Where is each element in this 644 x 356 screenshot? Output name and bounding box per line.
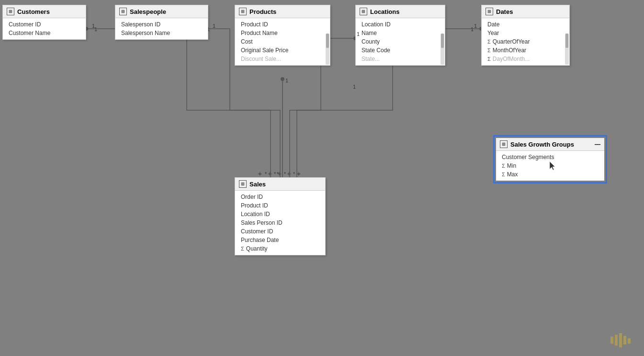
table-icon: ⊞ <box>500 140 508 148</box>
table-row: Salesperson ID <box>115 20 208 29</box>
sgg-table-body: Customer Segments Σ Min Σ Max <box>496 151 604 181</box>
sigma-icon: Σ <box>502 163 505 169</box>
field-label: Name <box>362 30 377 36</box>
sgg-table-header: ⊞ Sales Growth Groups — <box>496 138 604 151</box>
sigma-icon: Σ <box>502 172 505 177</box>
svg-rect-27 <box>615 335 618 346</box>
salespeople-table: ⊞ Salespeople Salesperson ID Salesperson… <box>115 5 208 40</box>
svg-text:1: 1 <box>285 78 288 83</box>
salespeople-table-body: Salesperson ID Salesperson Name <box>115 18 208 39</box>
table-row: Product ID <box>235 20 323 29</box>
products-table-body: Product ID Product Name Cost Original Sa… <box>235 18 330 65</box>
svg-text:1: 1 <box>94 26 97 32</box>
table-icon: ⊞ <box>119 8 127 15</box>
svg-text:✦: ✦ <box>277 170 282 178</box>
customers-title: Customers <box>17 8 50 15</box>
field-label: Product ID <box>241 21 268 28</box>
dates-table-header: ⊞ Dates <box>482 5 569 18</box>
field-label: Customer ID <box>9 21 41 28</box>
field-label: Max <box>507 171 518 178</box>
watermark <box>610 331 639 351</box>
field-label: Quantity <box>246 245 268 252</box>
table-row: Σ Min <box>496 161 604 170</box>
table-row: Location ID <box>235 210 325 218</box>
svg-text:✦: ✦ <box>267 170 273 178</box>
table-row: Salesperson Name <box>115 29 208 37</box>
svg-text:*: * <box>293 171 295 177</box>
table-row: State... <box>356 55 438 63</box>
table-row: Product ID <box>235 201 325 210</box>
scroll-bar[interactable] <box>441 34 444 65</box>
svg-text:*: * <box>265 171 267 177</box>
table-row: Σ MonthOfYear <box>482 46 563 55</box>
svg-text:✦: ✦ <box>257 170 263 178</box>
sales-growth-groups-table: ⊞ Sales Growth Groups — Customer Segment… <box>496 138 604 181</box>
sigma-icon: Σ <box>487 56 491 62</box>
scroll-bar[interactable] <box>326 34 329 65</box>
field-label: County <box>362 38 380 45</box>
scroll-thumb <box>441 34 444 48</box>
svg-text:*: * <box>274 171 276 177</box>
table-row: Σ QuarterOfYear <box>482 37 563 46</box>
field-label: State Code <box>362 47 390 54</box>
customers-table-header: ⊞ Customers <box>3 5 86 18</box>
products-table-header: ⊞ Products <box>235 5 330 18</box>
table-row: Purchase Date <box>235 236 325 244</box>
svg-rect-30 <box>628 338 631 344</box>
scroll-thumb <box>326 34 329 48</box>
svg-text:✦: ✦ <box>286 170 292 178</box>
sales-title: Sales <box>249 181 266 188</box>
table-row: Name <box>356 29 438 37</box>
field-label: Cost <box>241 38 253 45</box>
table-row: Customer ID <box>235 227 325 236</box>
table-icon: ⊞ <box>239 8 247 15</box>
scroll-thumb <box>565 34 568 48</box>
customers-table-body: Customer ID Customer Name <box>3 18 86 39</box>
field-label: Year <box>487 30 499 36</box>
collapse-icon[interactable]: — <box>595 141 600 148</box>
salespeople-table-header: ⊞ Salespeople <box>115 5 208 18</box>
sales-table-body: Order ID Product ID Location ID Sales Pe… <box>235 191 325 255</box>
sigma-icon: Σ <box>487 39 491 45</box>
table-row: Discount Sale... <box>235 55 323 63</box>
products-table: ⊞ Products Product ID Product Name Cost … <box>235 5 330 66</box>
svg-point-9 <box>281 77 284 81</box>
field-label: Sales Person ID <box>241 219 282 226</box>
svg-text:1: 1 <box>213 23 215 29</box>
table-row: Customer Name <box>3 29 86 37</box>
scroll-bar[interactable] <box>565 34 569 65</box>
svg-text:1: 1 <box>92 23 95 29</box>
salespeople-title: Salespeople <box>130 8 166 15</box>
svg-text:✦: ✦ <box>296 170 302 178</box>
locations-title: Locations <box>370 8 399 15</box>
table-row: Σ DayOfMonth... <box>482 55 563 63</box>
field-label: Salesperson Name <box>121 30 170 36</box>
field-label: Discount Sale... <box>241 56 281 62</box>
svg-text:1: 1 <box>353 84 356 90</box>
dates-table: ⊞ Dates Date Year Σ QuarterOfYear Σ Mont… <box>481 5 570 66</box>
field-label: Order ID <box>241 194 263 200</box>
table-row: Customer Segments <box>496 153 604 161</box>
table-row: Product Name <box>235 29 323 37</box>
field-label: Min <box>507 162 516 169</box>
table-row: Cost <box>235 37 323 46</box>
table-row: State Code <box>356 46 438 55</box>
field-label: State... <box>362 56 380 62</box>
field-label: DayOfMonth... <box>493 56 530 62</box>
svg-text:1: 1 <box>474 23 477 29</box>
table-row: Location ID <box>356 20 438 29</box>
sales-table: ⊞ Sales Order ID Product ID Location ID … <box>235 177 326 255</box>
table-row: Σ Quantity <box>235 244 325 253</box>
svg-rect-29 <box>623 336 626 345</box>
field-label: Date <box>487 21 499 28</box>
locations-table-body: Location ID Name County State Code State… <box>356 18 445 65</box>
table-row: Date <box>482 20 563 29</box>
products-title: Products <box>249 8 276 15</box>
diagram-canvas: 1 * 1 * 1 * 1 * * ⊞ Customers <box>0 0 644 356</box>
field-label: Original Sale Price <box>241 47 288 54</box>
customers-table: ⊞ Customers Customer ID Customer Name <box>2 5 86 40</box>
sigma-icon: Σ <box>487 47 491 53</box>
sgg-title: Sales Growth Groups <box>510 141 574 148</box>
table-row: Original Sale Price <box>235 46 323 55</box>
locations-table-header: ⊞ Locations <box>356 5 445 18</box>
